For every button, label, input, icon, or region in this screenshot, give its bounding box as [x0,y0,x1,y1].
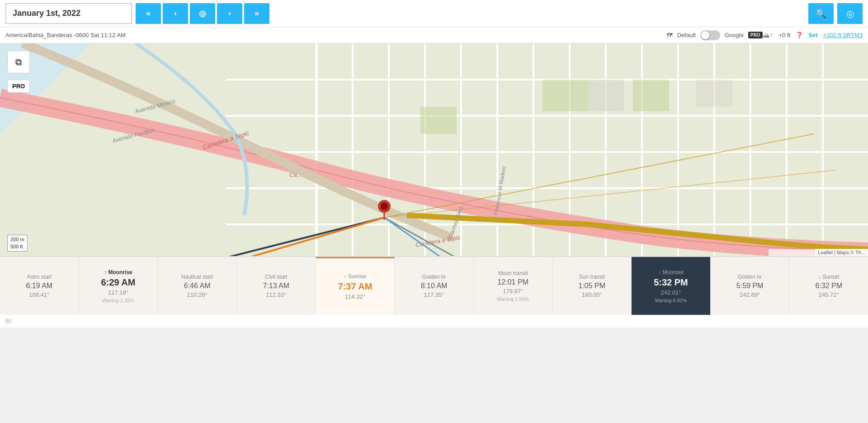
info-cell-1: ↑ Moonrise6:29 AM117.18°Waning 2.32% [79,257,158,315]
cell-sub-1: Waning 2.32% [102,298,134,303]
map-google-label: Google [725,32,744,38]
cell-title-7: Sun transit [579,274,605,280]
cell-title-0: Astro start [27,274,52,280]
leaflet-attribution: Leaflet | Maps © Th... [815,249,868,256]
cell-degrees-4: 114.32° [345,293,365,300]
info-bar: Astro start6:19 AM108.41°↑ Moonrise6:29 … [0,256,868,315]
info-cell-4: ↑ Sunrise7:37 AM114.32° [316,257,395,315]
cell-value-0: 6:19 AM [26,282,52,290]
map-icon: 🗺 [667,32,673,38]
info-cell-9: Golden hr5:59 PM242.69° [711,257,790,315]
scale-500ft: 500 ft [10,243,24,250]
footer-text: 80 [5,318,11,324]
cell-degrees-8: 242.01° [660,289,681,296]
cell-title-1: ↑ Moonrise [104,269,132,276]
timezone-display: America/Bahia_Banderas -0600 Sat 11:12 A… [5,32,667,38]
cell-value-3: 7:13 AM [263,282,289,290]
nav-last-btn[interactable]: » [244,3,269,24]
cell-title-8: ↓ Moonset [658,269,683,276]
nav-next-btn[interactable]: › [217,3,242,24]
cell-sub-8: Waning 0.92% [655,298,687,303]
sub-header: America/Bahia_Banderas -0600 Sat 11:12 A… [0,27,868,43]
svg-rect-24 [588,80,624,111]
header: « ‹ ◎ › » 🔍 ◎ [0,0,868,27]
info-cell-3: Civil start7:13 AM112.33° [237,257,316,315]
cell-value-9: 5:59 PM [736,282,764,290]
map-layers-button[interactable]: ⧉ [7,51,30,73]
cell-degrees-9: 242.69° [740,291,760,298]
cell-value-7: 1:05 PM [579,282,606,290]
cell-value-5: 8:10 AM [421,282,448,290]
info-cell-6: Moon transit12:01 PM179.97°Waning 1.54% [474,257,553,315]
layers-icon: ⧉ [15,57,22,67]
cell-title-10: ↓ Sunset [818,274,840,280]
date-input[interactable] [5,3,132,24]
nav-first-btn[interactable]: « [136,3,161,24]
nav-buttons: « ‹ ◎ › » [136,3,269,24]
svg-rect-22 [420,107,457,134]
cell-value-4: 7:37 AM [338,281,372,291]
cell-title-4: ↑ Sunrise [344,273,366,280]
info-cell-5: Golden hr8:10 AM117.35° [395,257,474,315]
elevation-icon: ⛰↑ [763,31,774,39]
info-cell-7: Sun transit1:05 PM180.00° [552,257,632,315]
scale-200m: 200 m [10,236,24,243]
cell-title-6: Moon transit [498,270,528,276]
cell-sub-6: Waning 1.54% [497,296,529,302]
cell-value-8: 5:32 PM [654,277,688,287]
cell-title-2: Nautical start [181,274,213,280]
location-button[interactable]: ◎ [837,3,863,24]
nav-prev-btn[interactable]: ‹ [163,3,188,24]
timezone-text: America/Bahia_Banderas -0600 Sat 11:12 A… [5,32,126,38]
map-toggle-group: 🗺 Default Google PRO [667,30,763,40]
cell-title-9: Golden hr [738,274,762,280]
cell-title-5: Golden hr [422,274,446,280]
elevation-offset: +0 ft [779,32,791,38]
info-cell-2: Nautical start6:46 AM110.26° [158,257,237,315]
nav-today-btn[interactable]: ◎ [190,3,215,24]
footer: 80 [0,315,868,328]
svg-text:Ca...: Ca... [289,171,302,178]
cell-value-10: 6:32 PM [815,282,842,290]
cell-degrees-1: 117.18° [108,289,128,296]
cell-degrees-10: 245.72° [819,291,839,298]
cell-value-2: 6:46 AM [184,282,211,290]
cell-title-3: Civil start [265,274,287,280]
svg-rect-25 [633,80,669,111]
help-icon[interactable]: ❓ [796,32,803,38]
map-default-label: Default [677,32,696,38]
cell-degrees-5: 117.35° [424,291,444,298]
elevation-group: ⛰↑ +0 ft ❓ Set +102 ft SRTM3 [763,31,863,39]
pro-badge: PRO [748,32,763,38]
svg-point-41 [381,203,388,210]
cell-value-1: 6:29 AM [101,277,135,287]
attribution-text: Leaflet | Maps © Th... [818,250,865,255]
info-cell-8: ↓ Moonset5:32 PM242.01°Waning 0.92% [632,257,711,315]
pro-label: PRO [12,83,25,90]
cell-degrees-0: 108.41° [29,291,49,298]
search-button[interactable]: 🔍 [808,3,834,24]
svg-rect-26 [696,80,732,107]
map-pro-button[interactable]: PRO [7,80,30,93]
map-svg: Avenido Mexico Avenido Pacifico Carreter… [0,43,868,256]
scale-bar: 200 m 500 ft [7,235,28,252]
map-container[interactable]: Avenido Mexico Avenido Pacifico Carreter… [0,43,868,256]
cell-degrees-7: 180.00° [582,291,602,298]
srtm-link[interactable]: +102 ft SRTM3 [823,32,863,38]
map-toggle[interactable] [700,30,720,40]
cell-value-6: 12:01 PM [497,278,528,286]
header-right: 🔍 ◎ [808,3,863,24]
set-link[interactable]: Set [808,32,817,38]
cell-degrees-3: 112.33° [266,291,286,298]
info-cell-10: ↓ Sunset6:32 PM245.72° [789,257,868,315]
cell-degrees-2: 110.26° [187,291,208,298]
cell-degrees-6: 179.97° [503,288,523,295]
svg-rect-23 [542,80,588,111]
toggle-knob [701,31,709,39]
info-cell-0: Astro start6:19 AM108.41° [0,257,79,315]
